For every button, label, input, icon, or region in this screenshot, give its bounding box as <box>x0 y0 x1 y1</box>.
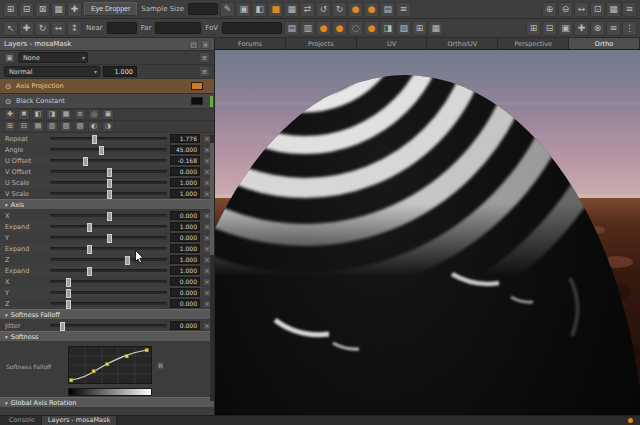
layout-single-icon[interactable]: ⊞ <box>3 2 18 17</box>
layer-swatch[interactable] <box>191 97 203 105</box>
texture-filter-icon[interactable]: ▧ <box>396 21 411 36</box>
slider-value-field[interactable]: 0.000 <box>170 211 200 220</box>
more-icon[interactable]: ⋮ <box>622 21 637 36</box>
options-menu-icon[interactable]: ≡ <box>606 21 621 36</box>
slider-track[interactable] <box>50 258 167 261</box>
sample-size-input[interactable] <box>188 3 218 15</box>
bottom-tab-console[interactable]: Console <box>3 416 42 425</box>
slider-track[interactable] <box>50 236 167 239</box>
duplicate-layer-icon[interactable]: ⊞ <box>4 121 16 132</box>
slider-handle[interactable] <box>60 322 65 331</box>
blend-amount-field[interactable]: 1.000 <box>103 66 137 77</box>
near-input[interactable] <box>107 22 137 34</box>
invert-mask-icon[interactable]: ◐ <box>88 121 100 132</box>
add-procedural-icon[interactable]: ▦ <box>60 109 72 120</box>
slider-track[interactable] <box>50 181 167 184</box>
zoom-out-icon[interactable]: ⊖ <box>558 2 573 17</box>
flatten-layers-icon[interactable]: ▣ <box>102 109 114 120</box>
slider-track[interactable] <box>50 225 167 228</box>
slider-value-field[interactable]: 0.000 <box>170 299 200 308</box>
slider-track[interactable] <box>50 159 167 162</box>
pattern-icon[interactable]: ▦ <box>284 2 299 17</box>
layer-filter-dropdown[interactable]: None <box>18 52 88 63</box>
slider-track[interactable] <box>50 192 167 195</box>
grid-toggle-icon[interactable]: ▦ <box>606 2 621 17</box>
far-input[interactable] <box>155 22 201 34</box>
layer-row-black-constant[interactable]: ⊙Black Constant <box>0 94 214 109</box>
viewport-canvas[interactable] <box>215 50 640 415</box>
slider-track[interactable] <box>50 291 167 294</box>
light-diffuse-icon[interactable]: ● <box>332 21 347 36</box>
viewport-tab-projects[interactable]: Projects <box>286 38 357 49</box>
paint-buffer-icon[interactable]: ◧ <box>252 2 267 17</box>
slider-handle[interactable] <box>107 179 112 188</box>
merge-layers-icon[interactable]: ◎ <box>88 109 100 120</box>
move-down-icon[interactable]: ▥ <box>46 121 58 132</box>
remove-layer-icon[interactable]: ✖ <box>18 109 30 120</box>
slider-track[interactable] <box>50 137 167 140</box>
panel-header[interactable]: Layers - mosaMask □ × <box>0 38 214 51</box>
slider-handle[interactable] <box>66 289 71 298</box>
layout-split-icon[interactable]: ⊟ <box>19 2 34 17</box>
section-header-global-axis-rotation[interactable]: Global Axis Rotation <box>0 397 214 408</box>
slider-handle[interactable] <box>87 245 92 254</box>
split-view-icon[interactable]: ◨ <box>380 21 395 36</box>
slider-handle[interactable] <box>107 234 112 243</box>
viewport-tab-forums[interactable]: Forums <box>215 38 286 49</box>
group-layers-icon[interactable]: ≡ <box>74 109 86 120</box>
pan-icon[interactable]: ↔ <box>574 2 589 17</box>
lock-layer-icon[interactable]: ▧ <box>60 121 72 132</box>
slider-track[interactable] <box>50 269 167 272</box>
slider-handle[interactable] <box>66 278 71 287</box>
light-specular-icon[interactable]: ● <box>364 21 379 36</box>
slider-value-field[interactable]: 45.000 <box>170 145 200 154</box>
slider-track[interactable] <box>50 324 167 327</box>
zoom-in-icon[interactable]: ⊕ <box>542 2 557 17</box>
viewport-tab-ortho[interactable]: Ortho <box>569 38 640 49</box>
slider-value-field[interactable]: 1.000 <box>170 189 200 198</box>
slider-handle[interactable] <box>107 212 112 221</box>
layout-quad-icon[interactable]: ⊠ <box>35 2 50 17</box>
add-icon[interactable]: ✚ <box>574 21 589 36</box>
bottom-tab-layers-mosamask[interactable]: Layers - mosaMask <box>42 416 117 425</box>
undo-icon[interactable]: ↺ <box>316 2 331 17</box>
symmetry-icon[interactable]: ⊟ <box>542 21 557 36</box>
slider-value-field[interactable]: 1.000 <box>170 178 200 187</box>
softness-curve-editor[interactable] <box>68 346 152 384</box>
uv-grid-icon[interactable]: ▦ <box>428 21 443 36</box>
viewport-tab-uv[interactable]: UV <box>357 38 428 49</box>
section-header-softness-falloff[interactable]: Softness Falloff <box>0 309 214 320</box>
layer-swatch[interactable] <box>191 82 203 90</box>
slider-handle[interactable] <box>107 168 112 177</box>
smooth-shading-icon[interactable]: ▥ <box>300 21 315 36</box>
slider-handle[interactable] <box>92 135 97 144</box>
add-layer-icon[interactable]: ✚ <box>4 109 16 120</box>
slider-track[interactable] <box>50 302 167 305</box>
fov-input[interactable] <box>222 22 282 34</box>
view-menu-icon[interactable]: ≡ <box>622 2 637 17</box>
slider-value-field[interactable]: 0.000 <box>170 277 200 286</box>
layer-list-options-icon[interactable]: ≡ <box>199 52 210 63</box>
eye-dropper-button[interactable]: Eye Dropper <box>84 2 137 16</box>
slider-handle[interactable] <box>99 146 104 155</box>
pan-v-tool-icon[interactable]: ↕ <box>67 21 82 36</box>
blend-mode-dropdown[interactable]: Normal <box>4 66 100 77</box>
add-adjustment-icon[interactable]: ◨ <box>46 109 58 120</box>
add-mask-icon[interactable]: ◧ <box>32 109 44 120</box>
layer-visibility-icon[interactable]: ⊙ <box>3 82 13 91</box>
slider-value-field[interactable]: -0.168 <box>170 156 200 165</box>
slider-value-field[interactable]: 1.000 <box>170 222 200 231</box>
light-full-icon[interactable]: ● <box>348 2 363 17</box>
mirror-icon[interactable]: ⊞ <box>526 21 541 36</box>
delete-layer-icon[interactable]: ⊟ <box>18 121 30 132</box>
slider-value-field[interactable]: 1.000 <box>170 266 200 275</box>
select-tool-icon[interactable]: ↖ <box>3 21 18 36</box>
slider-track[interactable] <box>50 247 167 250</box>
pan-h-tool-icon[interactable]: ↔ <box>51 21 66 36</box>
light-ambient-icon[interactable]: ● <box>316 21 331 36</box>
layer-row-axis-projection[interactable]: ⊙Axis Projection <box>0 79 214 94</box>
panel-undock-icon[interactable]: □ <box>189 40 198 49</box>
slider-handle[interactable] <box>83 157 88 166</box>
scrollbar-thumb[interactable] <box>210 143 214 255</box>
panel-scrollbar[interactable] <box>210 135 214 401</box>
